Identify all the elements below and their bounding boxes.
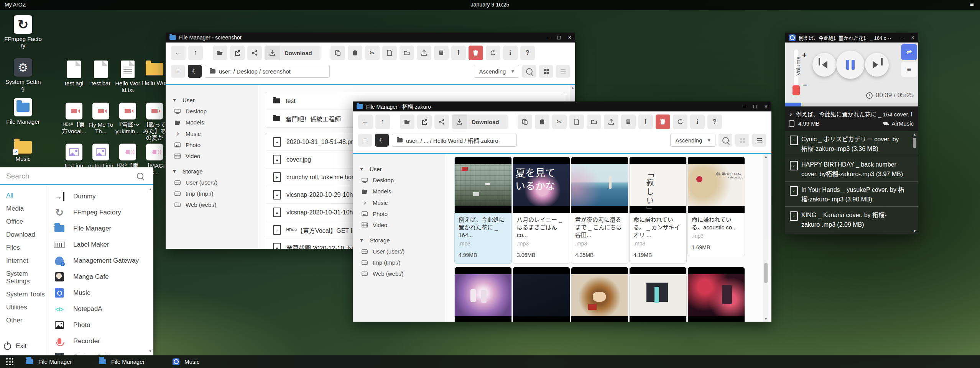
- sidebar-toggle-button[interactable]: ≡: [358, 134, 372, 147]
- launcher-grid-icon[interactable]: [6, 358, 14, 366]
- minimize-button[interactable]: –: [743, 103, 746, 110]
- sidebar-item-models[interactable]: Models: [353, 186, 445, 197]
- desktop-icon-system-setting[interactable]: ⚙ System Setting: [4, 58, 42, 92]
- copy-button[interactable]: [331, 46, 345, 60]
- path-bar[interactable]: user: / Desktop / screenshot: [205, 65, 330, 78]
- previous-track-button[interactable]: [812, 53, 836, 77]
- playlist-item[interactable]: ♪KING _ Kanaria cover. by 柘榴-zakuro-.mp3…: [785, 207, 918, 232]
- app-item-system-setting[interactable]: ⚙ System Setting: [46, 349, 147, 355]
- sidebar-item-web-drive[interactable]: Web (web:/): [353, 268, 445, 279]
- sidebar-section-storage[interactable]: ▾Storage: [353, 234, 445, 246]
- category-system-tools[interactable]: System Tools: [0, 288, 46, 301]
- close-button[interactable]: ×: [911, 34, 914, 41]
- desktop-file-test-bat[interactable]: test.bat: [88, 61, 113, 87]
- sort-dropdown[interactable]: Ascending ▾: [670, 134, 715, 147]
- sidebar-item-user-drive[interactable]: User (user:/): [353, 246, 445, 257]
- next-track-button[interactable]: [865, 53, 889, 77]
- grid-view-button[interactable]: [735, 134, 749, 147]
- grid-card[interactable]: 「寂しい」 命に嫌われている。 _ カンザキイオリ ... .mp3 4.19M…: [629, 157, 687, 264]
- sidebar-item-photo[interactable]: Photo: [166, 139, 258, 150]
- help-button[interactable]: ?: [707, 114, 722, 129]
- grid-card-selected[interactable]: 例えば、今此処に置かれた花に _ 164... .mp3 4.99MB: [454, 157, 512, 264]
- minimize-button[interactable]: –: [547, 34, 550, 41]
- sidebar-item-desktop[interactable]: Desktop: [353, 175, 445, 186]
- desktop-file-test-jpg[interactable]: test.jpg: [61, 144, 87, 169]
- app-item-notepada[interactable]: </> NotepadA: [46, 301, 147, 317]
- grid-card[interactable]: 妄想感傷代償連盟: [629, 267, 687, 322]
- app-item-manga-cafe[interactable]: Manga Cafe: [46, 269, 147, 285]
- app-item-label-maker[interactable]: Label Maker: [46, 237, 147, 253]
- playlist-scrollbar[interactable]: ▲ ▼: [912, 132, 917, 233]
- rename-button[interactable]: I: [451, 46, 466, 60]
- vertical-scrollbar[interactable]: ▲ ▼: [763, 154, 768, 322]
- sidebar-section-storage[interactable]: ▾Storage: [166, 165, 258, 177]
- delete-button[interactable]: [656, 114, 670, 129]
- scroll-down-icon[interactable]: ▼: [912, 229, 917, 233]
- new-folder-button[interactable]: [587, 114, 601, 129]
- category-media[interactable]: Media: [0, 202, 46, 215]
- rename-button[interactable]: I: [638, 114, 653, 129]
- pause-button[interactable]: [836, 51, 865, 79]
- up-button[interactable]: ↑: [375, 114, 390, 129]
- grid-view-button[interactable]: [539, 65, 553, 78]
- playlist-item[interactable]: ♪Cynic _ ポリスピカデリー cover. by 柘榴-zakuro-.m…: [785, 131, 918, 156]
- refresh-button[interactable]: [486, 46, 500, 60]
- app-item-management-gateway[interactable]: e Management Gateway: [46, 253, 147, 269]
- open-new-window-button[interactable]: [230, 46, 245, 60]
- refresh-button[interactable]: [673, 114, 687, 129]
- new-folder-button[interactable]: [400, 46, 414, 60]
- sidebar-item-desktop[interactable]: Desktop: [166, 106, 258, 117]
- grid-card[interactable]: 吉 _ HarryP cover: [513, 267, 570, 322]
- new-file-button[interactable]: [382, 46, 397, 60]
- desktop-icon-ffmpeg-factory[interactable]: ↻ FFmpeg Factory: [4, 15, 42, 49]
- sidebar-item-video[interactable]: Video: [353, 219, 445, 231]
- share-button[interactable]: [247, 46, 262, 60]
- sidebar-item-music[interactable]: ♪Music: [166, 128, 258, 139]
- up-button[interactable]: ↑: [188, 46, 203, 60]
- path-bar[interactable]: user: / ... / Hello World / 柘榴-zakuro-: [392, 134, 517, 147]
- search-button[interactable]: [719, 134, 732, 147]
- sidebar-item-web-drive[interactable]: Web (web:/): [166, 199, 258, 210]
- paste-button[interactable]: [348, 46, 362, 60]
- sidebar-item-tmp-drive[interactable]: tmp (tmp:/): [353, 257, 445, 268]
- category-download[interactable]: Download: [0, 228, 46, 241]
- desktop-file-output-jpg[interactable]: output.jpg: [88, 144, 113, 169]
- scrollbar-thumb[interactable]: [764, 263, 768, 283]
- back-button[interactable]: ←: [358, 114, 373, 129]
- scroll-up-icon[interactable]: ▲: [763, 155, 768, 159]
- playlist-item[interactable]: ♪In Your Hands _ yusukeP cover. by 柘榴-za…: [785, 182, 918, 207]
- grid-card[interactable]: 夏を見て いるかな 八月のレイニー _ はるまきごはん co... .mp3 3…: [513, 157, 570, 264]
- desktop-file-video-1[interactable]: ᴴᴰ⁶⁰【東方Vocal...: [61, 103, 87, 134]
- category-system-settings[interactable]: System Settings: [0, 267, 46, 288]
- window-titlebar[interactable]: File Manager - 柘榴-zakuro- – □ ×: [353, 101, 771, 111]
- archive-button[interactable]: [434, 46, 449, 60]
- desktop-folder-hello-world[interactable]: Hello Wor: [142, 61, 167, 86]
- sidebar-section-user[interactable]: ▾User: [353, 163, 445, 175]
- grid-card[interactable]: 君が夜の海に還るまで _ こんにちは谷田... .mp3 4.35MB: [571, 157, 628, 264]
- category-office[interactable]: Office: [0, 215, 46, 228]
- maximize-button[interactable]: □: [753, 103, 756, 110]
- topbar-menu-icon[interactable]: ≡: [970, 1, 974, 8]
- desktop-file-hello-world-txt[interactable]: Hello World.txt: [115, 61, 140, 93]
- list-view-button[interactable]: [752, 134, 766, 147]
- search-input[interactable]: [5, 168, 133, 184]
- maximize-button[interactable]: □: [557, 34, 560, 41]
- grid-card[interactable]: 幽霊東京 _ Ayase: [687, 267, 745, 322]
- sidebar-item-user-drive[interactable]: User (user:/): [166, 177, 258, 188]
- paste-button[interactable]: [535, 114, 549, 129]
- app-item-ffmpeg-factory[interactable]: ↻ FFmpeg Factory: [46, 204, 147, 221]
- dark-mode-button[interactable]: ☾: [188, 65, 202, 78]
- exit-button[interactable]: Exit: [4, 342, 26, 350]
- new-file-button[interactable]: [569, 114, 584, 129]
- scroll-up-icon[interactable]: ▲: [570, 86, 575, 90]
- properties-button[interactable]: i: [503, 46, 518, 60]
- playlist-button[interactable]: ≡: [901, 62, 917, 77]
- archive-button[interactable]: [621, 114, 636, 129]
- app-list-scrollbar[interactable]: ▲ ▼: [148, 187, 153, 353]
- search-bar[interactable]: [0, 167, 153, 185]
- desktop-file-video-4[interactable]: 【歌ってみた】あの夏が飽...: [142, 103, 167, 142]
- dark-mode-button[interactable]: ☾: [375, 134, 389, 147]
- open-new-window-button[interactable]: [417, 114, 432, 129]
- sidebar-item-tmp-drive[interactable]: tmp (tmp:/): [166, 188, 258, 199]
- sidebar-item-music[interactable]: ♪Music: [353, 197, 445, 208]
